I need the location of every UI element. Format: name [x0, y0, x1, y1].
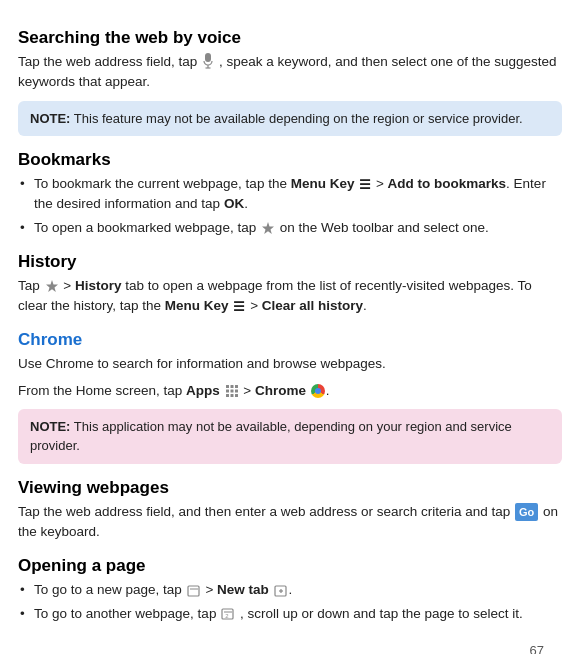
opening-item1-pre: To go to a new page, tap [34, 582, 186, 597]
viewing-pre: Tap the web address field, and then ente… [18, 504, 510, 519]
bookmark-item2-post: on the Web toolbar and select one. [280, 220, 489, 235]
history-pre: Tap [18, 278, 44, 293]
new-tab-icon [187, 584, 201, 598]
bookmarks-section-title: Bookmarks [18, 150, 562, 170]
svg-marker-4 [46, 280, 58, 292]
chrome-body2: From the Home screen, tap Apps > Chrome … [18, 381, 562, 401]
chrome-body2-mid: > [243, 383, 255, 398]
opening-new-tab-label: New tab [217, 582, 269, 597]
chrome-note-box: NOTE: This application may not be availa… [18, 409, 562, 464]
list-item: To bookmark the current webpage, tap the… [18, 174, 562, 215]
svg-marker-3 [262, 222, 274, 234]
opening-item2-post: , scroll up or down and tap the page to … [240, 606, 523, 621]
chrome-body2-pre: From the Home screen, tap [18, 383, 186, 398]
chrome-note-label: NOTE: [30, 419, 70, 434]
history-bold1: History [75, 278, 122, 293]
svg-rect-12 [230, 394, 233, 397]
plus-tab-icon [274, 584, 288, 598]
svg-text:2: 2 [225, 613, 229, 619]
voice-body: Tap the web address field, tap , speak a… [18, 52, 562, 93]
list-item: To open a bookmarked webpage, tap on the… [18, 218, 562, 238]
voice-note-box: NOTE: This feature may not be available … [18, 101, 562, 137]
star-icon [261, 221, 275, 235]
chrome-body2-post: . [326, 383, 330, 398]
bookmarks-list: To bookmark the current webpage, tap the… [18, 174, 562, 238]
chrome-label: Chrome [255, 383, 306, 398]
bookmark-menu-key: Menu Key [291, 176, 355, 191]
svg-rect-7 [235, 385, 238, 388]
opening-item2-pre: To go to another webpage, tap [34, 606, 220, 621]
svg-rect-0 [205, 53, 211, 62]
svg-rect-9 [230, 389, 233, 392]
history-body: Tap > History tab to open a webpage from… [18, 276, 562, 317]
chrome-apps-label: Apps [186, 383, 220, 398]
bookmark-ok-label: OK [224, 196, 244, 211]
opening-section-title: Opening a page [18, 556, 562, 576]
bookmark-add-label: Add to bookmarks [388, 176, 507, 191]
bookmark-item1-mid: > [376, 176, 388, 191]
history-menu-key: Menu Key [165, 298, 229, 313]
bookmark-item1-post2: . [244, 196, 248, 211]
page-number: 67 [530, 643, 544, 654]
svg-rect-13 [235, 394, 238, 397]
svg-rect-10 [235, 389, 238, 392]
page-wrapper: Searching the web by voice Tap the web a… [18, 28, 562, 654]
chrome-body1: Use Chrome to search for information and… [18, 354, 562, 374]
bookmark-item1-pre: To bookmark the current webpage, tap the [34, 176, 291, 191]
menu-key-icon: ☰ [359, 175, 371, 195]
page2-icon: 2 [221, 607, 235, 621]
history-section-title: History [18, 252, 562, 272]
voice-section-title: Searching the web by voice [18, 28, 562, 48]
go-button-icon: Go [515, 503, 538, 522]
bookmark-item2-pre: To open a bookmarked webpage, tap [34, 220, 260, 235]
history-mid3: > [250, 298, 262, 313]
svg-rect-6 [230, 385, 233, 388]
svg-rect-11 [226, 394, 229, 397]
opening-list: To go to a new page, tap > New tab . To … [18, 580, 562, 624]
chrome-section-title: Chrome [18, 330, 562, 350]
chrome-icon [311, 384, 325, 398]
voice-note-text: This feature may not be available depend… [70, 111, 522, 126]
list-item: To go to another webpage, tap 2 , scroll… [18, 604, 562, 624]
svg-rect-5 [226, 385, 229, 388]
history-bold3: Clear all history [262, 298, 363, 313]
history-star-icon [45, 279, 59, 293]
history-post: . [363, 298, 367, 313]
mic-icon [202, 53, 214, 69]
voice-note-label: NOTE: [30, 111, 70, 126]
svg-rect-14 [188, 586, 199, 596]
history-menu-icon: ☰ [233, 297, 245, 317]
viewing-section-title: Viewing webpages [18, 478, 562, 498]
opening-item1-mid: > [205, 582, 217, 597]
voice-body-text: Tap the web address field, tap [18, 54, 197, 69]
chrome-note-text: This application may not be available, d… [30, 419, 512, 454]
opening-item1-post: . [289, 582, 293, 597]
svg-rect-8 [226, 389, 229, 392]
list-item: To go to a new page, tap > New tab . [18, 580, 562, 600]
viewing-body: Tap the web address field, and then ente… [18, 502, 562, 543]
history-mid1: > [63, 278, 75, 293]
apps-icon [225, 384, 239, 398]
